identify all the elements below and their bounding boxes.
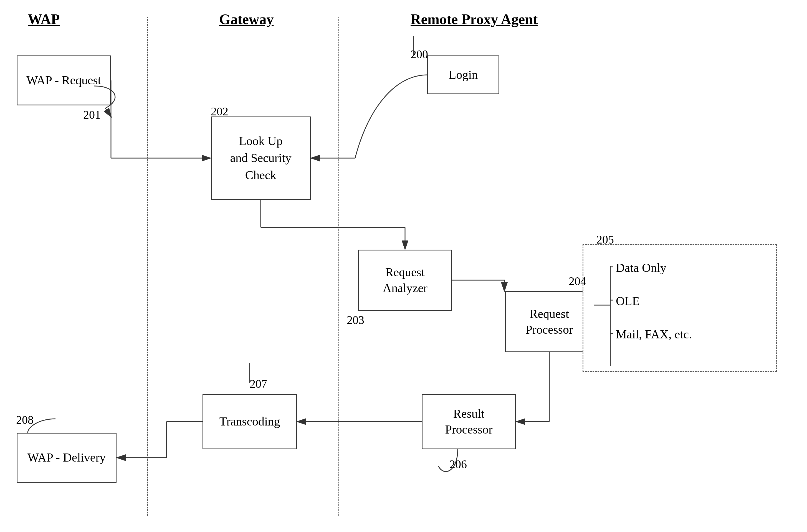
label-203: 203 — [347, 314, 364, 327]
wap-request-label: WAP - Request — [26, 72, 101, 88]
label-208: 208 — [16, 413, 34, 426]
transcoding-box: Transcoding — [203, 394, 297, 449]
divider-1 — [147, 17, 148, 516]
data-only-label: Data Only — [616, 261, 667, 275]
login-label: Login — [449, 67, 478, 83]
lookup-box: Look Upand SecurityCheck — [211, 116, 311, 200]
divider-2 — [338, 17, 339, 516]
wap-header: WAP — [28, 11, 60, 27]
wap-delivery-label: WAP - Delivery — [27, 450, 106, 466]
lookup-label: Look Upand SecurityCheck — [230, 133, 291, 184]
label-202: 202 — [211, 105, 228, 118]
mail-fax-label: Mail, FAX, etc. — [616, 327, 692, 341]
wap-delivery-box: WAP - Delivery — [17, 433, 116, 482]
result-processor-box: ResultProcessor — [422, 394, 516, 449]
label-204: 204 — [569, 274, 586, 288]
request-analyzer-label: RequestAnalyzer — [382, 264, 427, 296]
remote-proxy-header: Remote Proxy Agent — [411, 11, 538, 27]
ole-label: OLE — [616, 294, 640, 308]
label-200: 200 — [411, 48, 428, 61]
login-box: Login — [427, 56, 499, 94]
wap-request-box: WAP - Request — [17, 56, 111, 106]
diagram: WAP Gateway Remote Proxy Agent WAP - Req… — [0, 0, 807, 532]
request-processor-box: RequestProcessor — [505, 291, 594, 352]
gateway-header: Gateway — [219, 11, 274, 27]
request-analyzer-box: RequestAnalyzer — [358, 250, 452, 311]
transcoding-label: Transcoding — [220, 414, 280, 430]
request-processor-label: RequestProcessor — [525, 306, 573, 338]
result-processor-label: ResultProcessor — [445, 406, 492, 437]
options-dashed-box — [583, 244, 777, 372]
label-205: 205 — [597, 233, 614, 246]
label-207: 207 — [250, 377, 267, 391]
label-201: 201 — [83, 108, 101, 121]
label-206: 206 — [449, 458, 467, 471]
